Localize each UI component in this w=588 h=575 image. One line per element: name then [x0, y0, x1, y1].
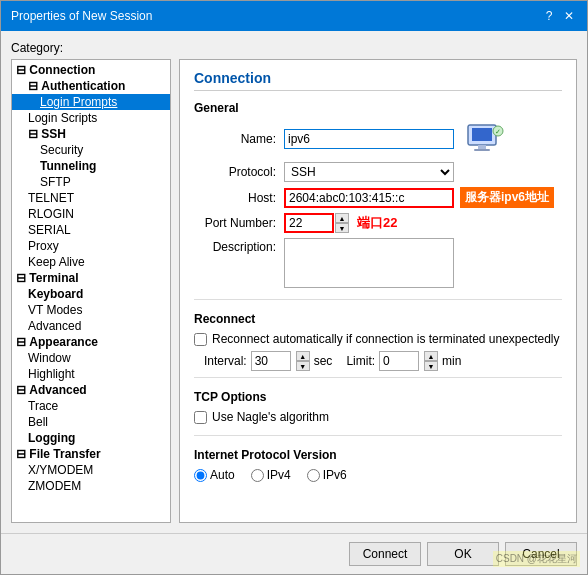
divider1 — [194, 299, 562, 300]
name-input[interactable] — [284, 129, 454, 149]
tree-item-proxy[interactable]: Proxy — [12, 238, 170, 254]
tree-item-authentication[interactable]: ⊟ Authentication — [12, 78, 170, 94]
interval-row: Interval: ▲ ▼ sec Limit: ▲ ▼ — [204, 351, 562, 371]
nagle-checkbox[interactable] — [194, 411, 207, 424]
content-panel: Connection General Name: — [179, 59, 577, 523]
tree-item-connection[interactable]: ⊟ Connection — [12, 62, 170, 78]
port-input-wrap: ▲ ▼ — [284, 213, 349, 233]
port-label: Port Number: — [194, 216, 284, 230]
nagle-label: Use Nagle's algorithm — [212, 410, 329, 424]
watermark: CSDN @花花星河 — [493, 551, 580, 567]
close-button[interactable]: ✕ — [561, 8, 577, 24]
connect-button[interactable]: Connect — [349, 542, 421, 566]
tree-item-sftp[interactable]: SFTP — [12, 174, 170, 190]
ip-v6-label[interactable]: IPv6 — [307, 468, 347, 482]
ip-v4-label[interactable]: IPv4 — [251, 468, 291, 482]
port-up-button[interactable]: ▲ — [335, 213, 349, 223]
ip-v4-radio[interactable] — [251, 469, 264, 482]
interval-label: Interval: — [204, 354, 247, 368]
reconnect-title: Reconnect — [194, 312, 562, 326]
protocol-row: Protocol: SSH Telnet Rlogin Serial — [194, 162, 562, 182]
host-control: 服务器ipv6地址 — [284, 187, 562, 208]
port-input[interactable] — [284, 213, 334, 233]
description-row: Description: — [194, 238, 562, 288]
name-control: ✓ — [284, 121, 562, 157]
title-bar: Properties of New Session ? ✕ — [1, 1, 587, 31]
ip-auto-label[interactable]: Auto — [194, 468, 235, 482]
tree-item-xymodem[interactable]: X/YMODEM — [12, 462, 170, 478]
interval-up-button[interactable]: ▲ — [296, 351, 310, 361]
host-annotation: 服务器ipv6地址 — [460, 187, 554, 208]
help-button[interactable]: ? — [541, 8, 557, 24]
ip-version-radio-row: Auto IPv4 IPv6 — [194, 468, 562, 482]
ip-v4-text: IPv4 — [267, 468, 291, 482]
tree-item-login-scripts[interactable]: Login Scripts — [12, 110, 170, 126]
interval-down-button[interactable]: ▼ — [296, 361, 310, 371]
protocol-label: Protocol: — [194, 165, 284, 179]
tree-item-vt-modes[interactable]: VT Modes — [12, 302, 170, 318]
tree-panel: ⊟ Connection ⊟ Authentication Login Prom… — [11, 59, 171, 523]
interval-spinner: ▲ ▼ — [296, 351, 310, 371]
reconnect-checkbox[interactable] — [194, 333, 207, 346]
tree-item-window[interactable]: Window — [12, 350, 170, 366]
tree-item-appearance[interactable]: ⊟ Appearance — [12, 334, 170, 350]
interval-unit: sec — [314, 354, 333, 368]
svg-rect-1 — [472, 128, 492, 141]
interval-input[interactable] — [251, 351, 291, 371]
tree-item-security[interactable]: Security — [12, 142, 170, 158]
protocol-select[interactable]: SSH Telnet Rlogin Serial — [284, 162, 454, 182]
port-down-button[interactable]: ▼ — [335, 223, 349, 233]
svg-rect-3 — [474, 149, 490, 151]
tcp-title: TCP Options — [194, 390, 562, 404]
tree-item-terminal[interactable]: ⊟ Terminal — [12, 270, 170, 286]
dialog-title: Properties of New Session — [11, 9, 152, 23]
svg-rect-2 — [478, 145, 486, 149]
tree-item-logging[interactable]: Logging — [12, 430, 170, 446]
tree-item-rlogin[interactable]: RLOGIN — [12, 206, 170, 222]
ip-version-title: Internet Protocol Version — [194, 448, 562, 462]
ip-auto-text: Auto — [210, 468, 235, 482]
port-control: ▲ ▼ 端口22 — [284, 213, 562, 233]
tree-item-advanced[interactable]: Advanced — [12, 318, 170, 334]
tree-item-trace[interactable]: Trace — [12, 398, 170, 414]
tree-item-zmodem[interactable]: ZMODEM — [12, 478, 170, 494]
tree-item-keep-alive[interactable]: Keep Alive — [12, 254, 170, 270]
host-input[interactable] — [284, 188, 454, 208]
protocol-control: SSH Telnet Rlogin Serial — [284, 162, 562, 182]
category-label: Category: — [11, 41, 577, 55]
tree-item-serial[interactable]: SERIAL — [12, 222, 170, 238]
main-content: ⊟ Connection ⊟ Authentication Login Prom… — [11, 59, 577, 523]
tree-item-file-transfer[interactable]: ⊟ File Transfer — [12, 446, 170, 462]
tree-item-bell[interactable]: Bell — [12, 414, 170, 430]
ok-button[interactable]: OK — [427, 542, 499, 566]
tree-item-ssh[interactable]: ⊟ SSH — [12, 126, 170, 142]
tree-item-advanced2[interactable]: ⊟ Advanced — [12, 382, 170, 398]
name-label: Name: — [194, 132, 284, 146]
name-row: Name: ✓ — [194, 121, 562, 157]
description-input[interactable] — [284, 238, 454, 288]
limit-input[interactable] — [379, 351, 419, 371]
computer-icon: ✓ — [464, 121, 506, 157]
ip-version-section: Internet Protocol Version Auto IPv4 — [194, 446, 562, 482]
ip-auto-radio[interactable] — [194, 469, 207, 482]
divider3 — [194, 435, 562, 436]
tree-item-telnet[interactable]: TELNET — [12, 190, 170, 206]
svg-text:✓: ✓ — [495, 128, 501, 135]
reconnect-label: Reconnect automatically if connection is… — [212, 332, 560, 346]
host-label: Host: — [194, 191, 284, 205]
nagle-checkbox-row: Use Nagle's algorithm — [194, 410, 562, 424]
port-row: Port Number: ▲ ▼ 端口22 — [194, 213, 562, 233]
divider2 — [194, 377, 562, 378]
tree-item-keyboard[interactable]: Keyboard — [12, 286, 170, 302]
port-annotation: 端口22 — [357, 214, 397, 232]
ip-v6-radio[interactable] — [307, 469, 320, 482]
limit-down-button[interactable]: ▼ — [424, 361, 438, 371]
limit-unit: min — [442, 354, 461, 368]
tree-item-login-prompts[interactable]: Login Prompts — [12, 94, 170, 110]
limit-up-button[interactable]: ▲ — [424, 351, 438, 361]
description-label: Description: — [194, 240, 284, 254]
reconnect-section: Reconnect Reconnect automatically if con… — [194, 310, 562, 371]
tree-item-tunneling[interactable]: Tunneling — [12, 158, 170, 174]
host-row: Host: 服务器ipv6地址 — [194, 187, 562, 208]
tree-item-highlight[interactable]: Highlight — [12, 366, 170, 382]
